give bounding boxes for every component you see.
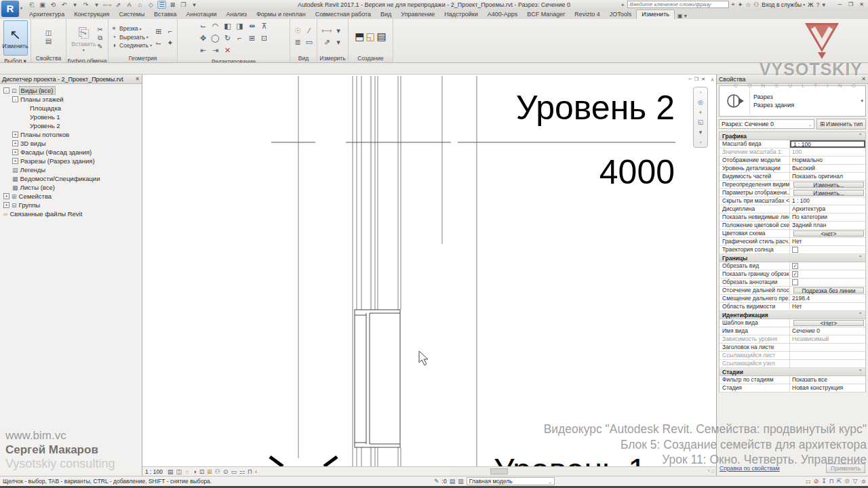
tree-item-families[interactable]: +⊞Семейства — [0, 192, 142, 201]
qat-customize-icon[interactable]: ▾ — [190, 1, 199, 8]
help-icon[interactable]: ? — [816, 1, 819, 8]
edit-type-button[interactable]: ⊞ Изменить тип — [816, 119, 866, 129]
underlay-icon[interactable]: ▭ — [304, 37, 315, 48]
property-value[interactable]: Высокий — [790, 165, 865, 172]
group-collapse-icon[interactable]: ⌃ — [858, 311, 863, 319]
property-value-button[interactable]: Изменить... — [793, 190, 864, 196]
tree-item-3d-views[interactable]: +3D виды — [0, 139, 142, 148]
signin-user-icon[interactable]: ⚇ — [753, 1, 759, 8]
property-value[interactable]: По категории — [790, 214, 865, 221]
cut-profile-icon[interactable]: ≣ — [292, 37, 303, 48]
property-value-button[interactable]: Изменить... — [793, 182, 864, 188]
view-restore-icon[interactable]: ❐ — [694, 77, 698, 82]
property-value[interactable]: <Нет> — [790, 319, 865, 327]
group-collapse-icon[interactable]: ⌃ — [858, 368, 863, 375]
rotate-icon[interactable]: ↻ — [222, 33, 233, 44]
cut-geometry-button[interactable]: ⌖Врезка▾ — [110, 24, 152, 33]
checkbox-checked[interactable]: ✓ — [792, 271, 798, 277]
scroll-up-icon[interactable]: ∧ — [711, 77, 714, 83]
open-icon[interactable]: ⎗ — [27, 1, 36, 9]
filter-icon[interactable]: ▽ — [852, 478, 857, 485]
type-selector-dropdown-icon[interactable]: ▾ — [861, 98, 865, 104]
apply-coping-icon[interactable]: ⊞ — [153, 26, 164, 37]
property-value[interactable]: <нет> — [790, 230, 865, 237]
move-icon[interactable]: ✥ — [197, 33, 209, 44]
create-similar-icon[interactable]: ◱ — [366, 30, 375, 43]
tab-analiz[interactable]: Анализ — [222, 10, 252, 19]
close-button[interactable]: ✕ — [856, 1, 867, 7]
tab-izmenit[interactable]: Изменить — [636, 9, 675, 19]
property-group-header[interactable]: Графика⌃ — [719, 132, 865, 140]
tree-item-view-uroven-2[interactable]: Уровень 2 — [0, 121, 142, 130]
scale-icon[interactable]: ⊡ — [258, 33, 270, 44]
mirror-axis-icon[interactable]: ◧ — [222, 20, 233, 32]
active-workset-selector[interactable]: Главная модель ⌄ — [467, 477, 555, 485]
tree-item-legends[interactable]: ▤Легенды — [0, 165, 142, 174]
property-value[interactable]: Сечение 0 — [790, 327, 865, 335]
tab-formy-i-genplan[interactable]: Формы и генплан — [252, 10, 311, 19]
tab-upravlenie[interactable]: Управление — [396, 10, 439, 19]
constraints-icon[interactable]: ⊓ — [248, 468, 252, 475]
temporary-properties-icon[interactable]: ▭ — [231, 468, 237, 475]
navbar-bottom-icon[interactable]: ◦ — [699, 139, 701, 146]
tree-item-groups[interactable]: +⊟Группы — [0, 201, 142, 209]
analytical-model-icon[interactable]: ⚏ — [239, 468, 245, 475]
property-value[interactable]: 2198.4 — [790, 295, 865, 302]
property-value[interactable]: Нормально — [790, 157, 865, 164]
cut-button[interactable]: ◔Вырезать▾ — [110, 33, 152, 41]
group-collapse-icon[interactable]: ⌃ — [858, 132, 863, 140]
expand-icon[interactable]: + — [12, 149, 18, 155]
instance-selector[interactable]: Разрез: Сечение 0 ⌄ — [719, 119, 814, 129]
level-2-elevation[interactable]: 4000 — [599, 152, 675, 192]
checkbox-unchecked[interactable] — [792, 247, 798, 253]
view-minimize-icon[interactable]: ─ — [688, 77, 692, 82]
favorites-icon[interactable]: ☆ — [745, 1, 751, 8]
property-value[interactable]: Изменить... — [790, 181, 865, 188]
infocenter-collapse-icon[interactable]: ▸ — [622, 2, 625, 7]
property-value[interactable]: Показать все — [790, 376, 865, 384]
properties-title-bar[interactable]: Свойства ✕ — [717, 75, 868, 84]
property-value[interactable]: Нет — [790, 238, 865, 245]
panel-label-select[interactable]: Выбор ▾ — [0, 57, 31, 62]
property-value[interactable] — [790, 360, 865, 367]
load-family-icon[interactable]: ▤ — [377, 30, 387, 43]
section-icon[interactable]: ◇ — [146, 1, 155, 8]
property-value[interactable] — [790, 344, 865, 351]
switch-windows-icon[interactable]: ❐ — [179, 1, 188, 8]
property-value[interactable]: ✓ — [790, 270, 865, 278]
measure-icon[interactable]: ⟷ — [103, 1, 112, 8]
checkbox-checked[interactable]: ✓ — [792, 263, 798, 269]
help-dropdown-icon[interactable]: ▾ — [822, 1, 825, 8]
unpin-icon[interactable]: ⇤ — [197, 45, 209, 56]
tree-item-floor-plans[interactable]: -Планы этажей — [0, 95, 142, 104]
match-type-icon[interactable]: ✎ — [97, 43, 102, 50]
subscription-icon[interactable]: ✦ — [738, 1, 743, 8]
design-options-icon[interactable]: ▥ — [458, 478, 464, 485]
horizontal-scrollbar[interactable]: › .:: — [451, 466, 716, 476]
tree-item-view-ploshadka[interactable]: Площадка — [0, 104, 142, 113]
tab-revizto-4[interactable]: Revizto 4 — [570, 10, 605, 19]
property-value[interactable]: Нет — [790, 303, 865, 310]
property-group-header[interactable]: Стадии⌃ — [719, 368, 865, 376]
tab-annotacii[interactable]: Аннотации — [182, 10, 222, 19]
property-value[interactable]: Новая конструкция — [790, 384, 865, 392]
visual-style-icon[interactable]: ◫ — [176, 468, 182, 475]
level-2-annotation[interactable]: Уровень 2 — [516, 88, 675, 127]
exclude-options-icon[interactable]: ⊘ — [814, 478, 819, 485]
tab-vstavka[interactable]: Вставка — [149, 10, 181, 19]
thin-lines-icon[interactable]: ☰ — [157, 1, 166, 9]
cut-icon[interactable]: ✂ — [97, 26, 102, 33]
redo-dropdown-icon[interactable]: ▾ — [92, 1, 101, 8]
copy-icon[interactable]: ⧉ — [97, 34, 102, 42]
zoom-region-icon[interactable]: ◱ — [698, 119, 704, 125]
crop-region-icon[interactable]: ⊞ — [207, 468, 212, 475]
property-value[interactable]: Подрезка без линии — [790, 287, 865, 294]
view-close-icon[interactable]: ✕ — [701, 77, 705, 82]
tree-item-ceiling-plans[interactable]: +Планы потолков — [0, 130, 142, 139]
editing-requests-icon[interactable]: ✎ — [434, 478, 439, 485]
view-scale-button[interactable]: 1 : 100 — [145, 468, 163, 475]
tab-sistemy[interactable]: Системы — [114, 10, 149, 19]
join-button[interactable]: ◑Соединить▾ — [110, 41, 152, 49]
properties-close-icon[interactable]: ✕ — [861, 76, 866, 82]
property-value[interactable]: Задний план — [790, 222, 865, 229]
